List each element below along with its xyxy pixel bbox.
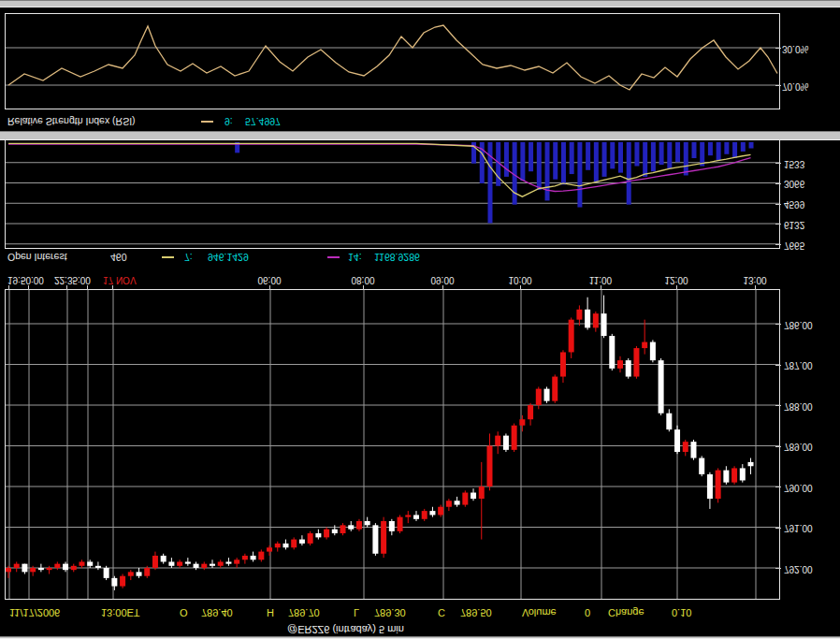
rsi-name: Relative Strength Index (RSI) <box>7 115 136 128</box>
oi-current: 460 <box>110 251 127 264</box>
oi-header: Open Interest 460 7: 946.1429 14: 1168.9… <box>0 250 840 264</box>
price-tick-icon <box>775 569 781 570</box>
time-label: 06:00 <box>257 274 281 285</box>
rsi-tick-icon <box>775 49 781 50</box>
price-tick-icon <box>775 406 781 407</box>
price-label: 791.00 <box>784 523 813 534</box>
time-tick <box>442 285 443 290</box>
price-chart-panel[interactable] <box>5 289 780 600</box>
oi-axis-label: 6132 <box>784 219 804 230</box>
quote-close: 789.50 <box>460 607 492 618</box>
candlestick-chart[interactable] <box>6 290 779 599</box>
price-label: 787.00 <box>784 360 813 371</box>
oi-ma14-param: 14: <box>348 251 362 264</box>
quote-time: 13:00ET <box>101 607 140 618</box>
time-tick <box>112 285 113 290</box>
time-label: 10:00 <box>508 274 531 285</box>
time-tick <box>520 285 521 290</box>
time-tick <box>676 285 677 290</box>
price-tick-icon <box>775 528 781 529</box>
time-label: 12:00 <box>664 274 688 285</box>
price-tick-icon <box>775 365 781 366</box>
quote-date: 11/17/2006 <box>9 607 60 618</box>
quote-low: 789.30 <box>374 607 406 618</box>
oi-tick-icon <box>775 225 781 225</box>
quote-volume: 0 <box>585 607 590 618</box>
quote-volume-label: Volume <box>522 607 557 618</box>
quote-open-label: O <box>180 607 188 618</box>
mirrored-chart-surface: @ER2Z6 (intraday) 5 min 11/17/2006 13:00… <box>0 0 840 639</box>
rsi-axis-label: 70.0% <box>782 80 808 92</box>
rsi-param: 9: <box>224 115 233 128</box>
quote-change-label: Change <box>608 607 644 618</box>
chart-title: @ER2Z6 (intraday) 5 min <box>287 624 404 635</box>
time-tick <box>363 285 364 290</box>
candles <box>6 296 754 590</box>
time-label: 13:00 <box>743 274 766 285</box>
oi-ma7-param: 7: <box>184 251 193 264</box>
open-interest-panel[interactable] <box>5 139 780 249</box>
time-label: 22:35:00 <box>54 274 91 285</box>
price-tick-icon <box>775 325 781 326</box>
quote-change: 0.10 <box>672 607 691 618</box>
oi-tick-icon <box>775 163 781 164</box>
oi-axis-label: 3066 <box>784 179 804 190</box>
oi-axis-label: 1533 <box>784 158 804 169</box>
oi-name: Open Interest <box>7 251 67 264</box>
price-label: 788.00 <box>784 400 813 412</box>
rsi-panel[interactable] <box>5 13 780 109</box>
rsi-tick-icon <box>775 86 781 87</box>
rsi-value: 57.4997 <box>245 115 281 128</box>
oi-tick-icon <box>775 183 781 184</box>
chart-window: @ER2Z6 (intraday) 5 min 11/17/2006 13:00… <box>0 0 840 639</box>
oi-ma14-value: 1168.9286 <box>374 251 420 264</box>
time-label: 09:00 <box>430 274 454 285</box>
time-tick <box>601 285 601 290</box>
time-tick <box>755 285 756 290</box>
time-label: 19:50:00 <box>7 274 44 285</box>
price-label: 786.00 <box>784 319 813 330</box>
title-row: @ER2Z6 (intraday) 5 min <box>0 620 840 635</box>
oi-axis-label: 4599 <box>784 198 804 210</box>
quote-open: 789.40 <box>201 607 233 618</box>
time-tick <box>66 285 67 290</box>
quote-close-label: C <box>438 607 445 618</box>
time-tick <box>8 285 9 290</box>
time-tick <box>87 285 88 290</box>
rsi-legend-dash-icon <box>201 121 213 123</box>
oi-ma7-legend-dash-icon <box>162 256 174 258</box>
quote-line: 11/17/2006 13:00ET O 789.40 H 789.70 L 7… <box>0 602 840 618</box>
quote-high: 789.70 <box>288 607 320 618</box>
price-label: 792.00 <box>784 563 813 574</box>
time-label: 17 NOV <box>103 274 137 285</box>
rsi-chart[interactable] <box>6 14 779 109</box>
oi-ma7-value: 946.1429 <box>208 251 249 264</box>
time-tick <box>269 285 270 290</box>
oi-tick-icon <box>775 244 781 245</box>
quote-high-label: H <box>267 607 274 618</box>
oi-axis-label: 7665 <box>784 240 804 251</box>
quote-low-label: L <box>354 607 359 618</box>
price-label: 790.00 <box>784 482 813 493</box>
time-label: 11:00 <box>589 274 612 285</box>
price-tick-icon <box>775 487 781 488</box>
time-label: 08:00 <box>351 274 374 285</box>
panel-separator[interactable] <box>0 131 840 140</box>
oi-tick-icon <box>775 204 781 205</box>
rsi-axis-label: 30.0% <box>782 43 808 54</box>
time-tick <box>28 285 29 290</box>
rsi-header: Relative Strength Index (RSI) 9: 57.4997 <box>0 114 840 128</box>
window-edge-strip-bottom <box>0 0 840 7</box>
price-tick-icon <box>775 446 781 447</box>
price-label: 789.00 <box>784 442 813 453</box>
oi-ma14-legend-dash-icon <box>327 256 340 258</box>
open-interest-chart[interactable] <box>6 140 779 248</box>
